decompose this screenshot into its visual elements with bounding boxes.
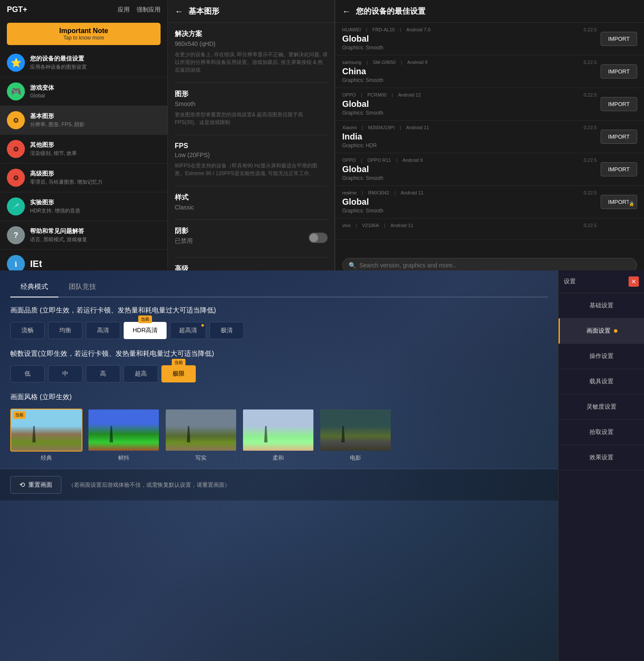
device-row-huawei: HUAWEI | FRD-AL10 | Android 7.0 Global G… [335,23,644,55]
quality-btn-hd[interactable]: 高清 [86,322,120,339]
menu-item-experimental-graphics[interactable]: 🧪 实验图形 HDR支持, 增强的音质 [0,192,167,221]
search-input[interactable] [359,262,631,269]
sidebar-header-title: 设置 [564,278,576,285]
device-row-info-xiaomi: Xiaomi | M2004J19PI | Android 11 India G… [342,125,601,149]
shadow-value: 已禁用 [175,237,193,245]
top-bar: PGT+ 应用 强制应用 [0,0,167,19]
fps-btn-low[interactable]: 低 [10,365,45,382]
fps-btn-very-high[interactable]: 超高 [124,365,158,382]
right-back-button[interactable]: ← [342,6,351,16]
sep1o2: | [361,158,362,163]
apply-btn[interactable]: 应用 [118,6,130,14]
menu-item-help[interactable]: ? 帮助和常见问题解答 语言, 黑暗模式, 游戏修复 [0,221,167,250]
help-icon: ? [7,226,25,244]
model-vivo: V2106A [362,223,379,228]
quality-btn-smooth[interactable]: 流畅 [10,322,45,339]
right-panel-title: 您的设备的最佳设置 [356,6,425,16]
device-row-top-oppo1: OPPO | PCRM00 | Android 12 [342,92,601,97]
fps-btn-high[interactable]: 高 [86,365,120,382]
menu-sub-best-settings: 应用各种设备的图形设置 [30,64,161,71]
shadow-label-group: 阴影 已禁用 [175,227,193,249]
menu-item-basic-graphics[interactable]: ⚙ 基本图形 分辨率, 图形, FPS, 阴影 [0,106,167,135]
menu-title-info: IEt [30,258,161,270]
region-samsung: China [342,67,601,76]
import-btn-oppo1[interactable]: IMPORT [601,97,637,111]
basic-graphics-icon: ⚙ [7,111,25,129]
quality-btn-hdr[interactable]: 当前 HDR高清 [124,322,167,339]
menu-text-best-settings: 您的设备的最佳设置 应用各种设备的图形设置 [30,55,161,71]
menu-item-best-settings[interactable]: ⭐ 您的设备的最佳设置 应用各种设备的图形设置 [0,49,167,77]
back-button[interactable]: ← [175,6,183,16]
thumb-vivid [88,409,159,451]
best-settings-icon: ⭐ [7,54,25,72]
import-btn-huawei[interactable]: IMPORT [601,32,637,46]
sep1v: | [356,223,357,228]
style-options: 当前 经典 鲜抖 [10,409,548,462]
style-item-vivid[interactable]: 鲜抖 [88,409,160,462]
thumb-realistic [166,409,236,451]
sidebar-item-basic-settings[interactable]: 基础设置 [559,293,644,318]
settings-content: 解决方案 960x540 (qHD) 在更少的设备上, 存在错误, 即分辨率显示… [168,23,334,298]
tabs-row: 经典模式 团队竞技 [10,277,548,297]
fps-current-badge: 当前 [172,359,185,367]
graphics-huawei: Graphics: Smooth [342,45,601,51]
model-realme: RMX3042 [368,190,389,195]
tab-classic[interactable]: 经典模式 [10,277,58,297]
region-realme: Global [342,197,601,207]
sidebar-item-sensitivity-settings[interactable]: 灵敏度设置 [559,394,644,420]
force-apply-btn[interactable]: 强制应用 [137,6,161,14]
important-note[interactable]: Important Note Tap to know more [7,23,161,45]
quality-btn-balanced[interactable]: 均衡 [48,322,82,339]
menu-sub-help: 语言, 黑暗模式, 游戏修复 [30,236,161,243]
sidebar-item-controls-settings[interactable]: 操作设置 [559,344,644,369]
style-item-realistic[interactable]: 写实 [165,409,237,462]
close-button[interactable]: × [629,276,639,287]
shadow-toggle[interactable] [309,233,328,243]
menu-item-other-graphics[interactable]: ⚙ 其他图形 渲染级别, 细节, 效果 [0,135,167,164]
quality-btn-ultra[interactable]: 超高清 [170,322,206,339]
tower-icon-c [341,426,345,442]
sep2o2: | [396,158,398,163]
sep2: | [400,27,401,32]
style-item-soft[interactable]: 柔和 [242,409,314,462]
menu-text-game-variant: 游戏变体 Global [30,84,161,99]
menu-item-info[interactable]: ℹ IEt [0,250,167,270]
device-list: HUAWEI | FRD-AL10 | Android 7.0 Global G… [335,23,644,255]
tower-icon [32,426,36,442]
menu-item-advanced-graphics[interactable]: ⚙ 高级图形 零滞后, 马铃薯图形, 增加记忆力 [0,164,167,192]
import-btn-oppo2[interactable]: IMPORT [601,162,637,176]
version-huawei: 0.22.5 [583,27,597,32]
import-btn-xiaomi[interactable]: IMPORT [601,130,637,144]
import-btn-realme[interactable]: IMPORT 🔒 [601,195,637,209]
menu-text-help: 帮助和常见问题解答 语言, 黑暗模式, 游戏修复 [30,227,161,243]
fps-section: FPS Low (20FPS) 90FPS在受支持的设备（即具有90 Hz显示屏… [175,142,328,177]
sidebar-item-pickup-settings[interactable]: 拾取设置 [559,420,644,445]
resolution-label: 解决方案 [175,30,328,39]
menu-text-advanced-graphics: 高级图形 零滞后, 马铃薯图形, 增加记忆力 [30,170,161,186]
sidebar-item-vehicle-settings[interactable]: 载具设置 [559,369,644,394]
fps-btn-mid[interactable]: 中 [48,365,82,382]
style-value: Classic [175,204,328,211]
menu-item-game-variant[interactable]: 🎮 游戏变体 Global [0,77,167,106]
resolution-section: 解决方案 960x540 (qHD) 在更少的设备上, 存在错误, 即分辨率显示… [175,30,328,74]
fps-btn-extreme[interactable]: 当前 极限 [161,365,196,382]
device-row-info-oppo2: OPPO | OPPO R11 | Android 9 Global Graph… [342,158,601,181]
sep2v: | [384,223,386,228]
sidebar-item-display-settings[interactable]: 画面设置 [559,318,644,344]
style-item-cinematic[interactable]: 电影 [319,409,392,462]
sep1o1: | [361,92,362,97]
style-label: 样式 [175,193,328,202]
thumb-soft [243,409,313,451]
tab-team[interactable]: 团队竞技 [58,277,106,297]
menu-sub-advanced-graphics: 零滞后, 马铃薯图形, 增加记忆力 [30,179,161,186]
sep2s: | [401,60,402,65]
region-oppo1: Global [342,99,601,109]
style-label-classic: 经典 [41,454,52,462]
fps-title: 帧数设置(立即生效，若运行卡顿、发热量和耗电量过大可适当降低) [10,349,548,358]
style-item-classic[interactable]: 当前 经典 [10,409,82,462]
region-xiaomi: India [342,132,601,142]
sidebar-item-effect-settings[interactable]: 效果设置 [559,445,644,470]
quality-btn-extreme[interactable]: 极清 [210,322,244,339]
import-btn-samsung[interactable]: IMPORT [601,64,637,79]
game-variant-icon: 🎮 [7,82,25,100]
